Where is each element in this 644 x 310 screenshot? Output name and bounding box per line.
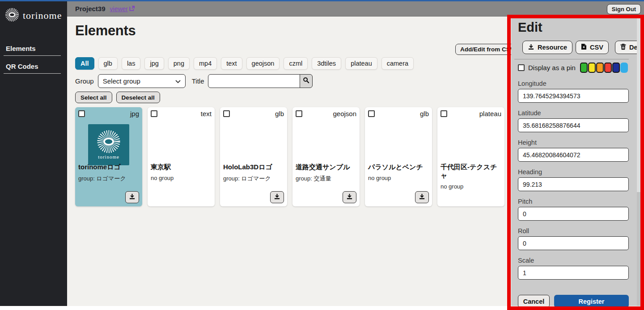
csv-file-icon [581,43,587,51]
display-as-pin-row: Display as a pin [518,62,629,73]
pin-color-navy[interactable] [612,63,620,73]
pitch-input[interactable] [518,207,629,221]
group-label: Group [75,77,94,85]
edit-panel-scrollbar[interactable] [637,17,640,306]
element-card[interactable]: glb HoloLab3Dロゴ group: ロゴマーク [220,107,287,206]
card-checkbox[interactable] [223,110,230,117]
card-type-badge: glb [420,110,429,117]
pin-color-orange[interactable] [596,63,604,73]
card-group: group: ロゴマーク [78,175,139,183]
tab-camera[interactable]: camera [381,57,414,70]
height-field: Height [518,139,629,162]
card-type-badge: text [201,110,212,117]
download-button[interactable] [270,191,284,203]
pitch-field: Pitch [518,198,629,221]
edit-panel-title: Edit [518,20,629,35]
element-card[interactable]: jpg torinome torinomeロゴ group: ロゴマーク [75,107,142,206]
title-search-input[interactable] [208,74,300,88]
resource-button[interactable]: Resource [522,41,572,54]
height-label: Height [518,139,629,146]
longitude-field: Longitude [518,80,629,103]
card-group: group: ロゴマーク [223,175,284,183]
display-as-pin-checkbox[interactable] [518,64,525,71]
card-title: 東京駅 [151,163,212,172]
pin-color-red[interactable] [604,63,612,73]
title-label: Title [192,77,204,85]
select-all-button[interactable]: Select all [75,92,112,103]
card-title: パラソルとベンチ [368,163,429,172]
tab-mp4[interactable]: mp4 [194,57,217,70]
card-title: 道路交通サンプル [296,163,356,172]
heading-input[interactable] [518,177,629,191]
brand-name: torinome [23,10,62,21]
card-group: no group [368,175,429,181]
search-button[interactable] [300,74,313,88]
tab-text[interactable]: text [221,57,242,70]
register-button[interactable]: Register [554,295,629,308]
heading-field: Heading [518,168,629,191]
tab-geojson[interactable]: geojson [246,57,280,70]
download-button[interactable] [125,191,139,203]
download-icon [419,193,425,201]
card-checkbox[interactable] [78,110,85,117]
card-type-badge: glb [275,110,284,117]
cancel-button[interactable]: Cancel [518,295,550,308]
group-select-value: Select group [103,77,140,85]
pin-color-swatches [580,63,628,73]
card-title: HoloLab3Dロゴ [223,163,284,172]
tab-las[interactable]: las [122,57,141,70]
tab-all[interactable]: All [75,57,94,70]
group-select[interactable]: Select group [98,74,186,88]
height-input[interactable] [518,148,629,162]
sidebar-item-qr-codes[interactable]: QR Codes [4,63,61,74]
card-checkbox[interactable] [441,110,447,117]
brand: torinome [0,1,67,24]
pin-color-lightblue[interactable] [620,63,628,73]
element-card[interactable]: text 東京駅 no group [148,107,215,206]
card-checkbox[interactable] [368,110,375,117]
deselect-all-button[interactable]: Deselect all [116,92,160,103]
tab-czml[interactable]: czml [284,57,308,70]
card-type-badge: geojson [333,110,356,117]
download-icon [129,193,136,201]
tab-plateau[interactable]: plateau [345,57,377,70]
scale-input[interactable] [518,266,629,280]
latitude-field: Latitude [518,109,629,132]
scrollbar-thumb[interactable] [637,17,640,192]
download-button[interactable] [415,191,429,203]
sign-out-button[interactable]: Sign Out [607,4,641,14]
card-title: 千代田区-テクスチャ [441,163,501,180]
scale-field: Scale [518,257,629,280]
edit-panel-footer: Cancel Register [518,295,629,308]
pitch-label: Pitch [518,198,629,205]
pin-color-green[interactable] [580,63,588,73]
title-search [208,74,313,88]
tab-glb[interactable]: glb [98,57,118,70]
pin-color-yellow[interactable] [588,63,596,73]
add-edit-from-csv-button[interactable]: Add/Edit from CSV [455,44,519,55]
longitude-label: Longitude [518,80,629,87]
card-thumbnail: torinome [78,124,139,162]
tab-png[interactable]: png [168,57,190,70]
external-link-icon [129,5,135,13]
card-checkbox[interactable] [151,110,157,117]
element-card[interactable]: glb パラソルとベンチ no group [365,107,432,206]
roll-label: Roll [518,227,629,235]
latitude-input[interactable] [518,118,629,132]
sidebar: torinome Elements QR Codes [0,1,67,306]
card-checkbox[interactable] [296,110,302,117]
csv-button[interactable]: CSV [576,41,609,54]
longitude-input[interactable] [518,89,629,103]
viewer-link[interactable]: viewer [110,5,135,13]
sidebar-item-elements[interactable]: Elements [4,45,61,56]
svg-text:torinome: torinome [98,154,119,159]
download-button[interactable] [343,191,356,203]
roll-input[interactable] [518,236,629,250]
tab-3dtiles[interactable]: 3dtiles [312,57,341,70]
element-card[interactable]: plateau 千代田区-テクスチャ no group [437,107,504,206]
tab-jpg[interactable]: jpg [144,57,164,70]
element-card[interactable]: geojson 道路交通サンプル group: 交通量 [292,107,360,206]
heading-label: Heading [518,168,629,176]
panel-divider [514,59,629,59]
edit-panel-actions: Resource CSV Delete [522,40,633,55]
